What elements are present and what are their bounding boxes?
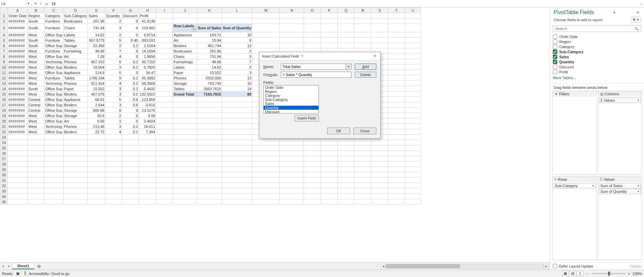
cell[interactable]: Sub-Category: [63, 13, 88, 19]
cell[interactable]: [338, 167, 354, 172]
cell[interactable]: Central: [28, 97, 44, 102]
cell[interactable]: [405, 65, 421, 70]
cell[interactable]: Furniture: [44, 38, 63, 43]
row-header[interactable]: 10: [0, 65, 8, 70]
cell[interactable]: [173, 199, 197, 205]
row-header[interactable]: 23: [0, 135, 8, 140]
cell[interactable]: Appliance: [63, 70, 88, 75]
cell[interactable]: 0.2: [122, 75, 139, 81]
cell[interactable]: 85.3092: [139, 75, 156, 81]
cell[interactable]: [8, 188, 28, 194]
cell[interactable]: 731.94: [88, 24, 105, 32]
cell[interactable]: Labels: [173, 65, 197, 70]
cell[interactable]: 6: [105, 108, 122, 113]
field-checkbox-row[interactable]: Region: [553, 39, 641, 44]
cell[interactable]: ########: [8, 54, 28, 59]
cell[interactable]: [304, 199, 321, 205]
cell[interactable]: 5.4432: [139, 86, 156, 92]
cell[interactable]: 911.424: [88, 81, 105, 86]
cell[interactable]: 2: [222, 65, 252, 70]
cell[interactable]: [280, 167, 304, 172]
cell[interactable]: 55.5: [88, 113, 105, 118]
col-header[interactable]: A: [8, 8, 28, 13]
area-item[interactable]: Sum of Quantity▾: [599, 189, 641, 194]
tab-nav-next-icon[interactable]: ▸: [6, 264, 12, 268]
cell[interactable]: Tables: [63, 38, 88, 43]
cell[interactable]: 2.4824: [139, 118, 156, 124]
close-button[interactable]: Close: [353, 128, 376, 134]
cell[interactable]: [371, 172, 388, 178]
cell[interactable]: [28, 162, 44, 167]
cell[interactable]: [88, 199, 105, 205]
cell[interactable]: [321, 156, 338, 162]
cell[interactable]: Quantity: [105, 13, 122, 19]
cell[interactable]: 1706.184: [88, 75, 105, 81]
cell[interactable]: 2032.056: [197, 75, 222, 81]
cell[interactable]: [139, 199, 156, 205]
row-header[interactable]: 21: [0, 124, 8, 129]
cell[interactable]: [28, 178, 44, 183]
cell[interactable]: Furniture: [44, 19, 63, 24]
cell[interactable]: [173, 19, 197, 24]
row-header[interactable]: 5: [0, 38, 8, 43]
cell[interactable]: [252, 140, 280, 145]
cell[interactable]: [252, 194, 280, 199]
cell[interactable]: [354, 194, 371, 199]
cell[interactable]: [44, 188, 63, 194]
row-header[interactable]: 33: [0, 188, 8, 194]
cell[interactable]: [44, 183, 63, 188]
cell[interactable]: [88, 172, 105, 178]
zoom-slider[interactable]: [592, 273, 626, 274]
cell[interactable]: 261.96: [88, 19, 105, 24]
cell[interactable]: [252, 172, 280, 178]
select-all-corner[interactable]: [0, 8, 8, 13]
cell[interactable]: 183.71: [197, 32, 222, 38]
cell[interactable]: [388, 19, 405, 24]
cell[interactable]: [388, 124, 405, 129]
cell[interactable]: 13: [222, 43, 252, 48]
cell[interactable]: [354, 145, 371, 151]
cell[interactable]: [8, 162, 28, 167]
cell[interactable]: [405, 124, 421, 129]
col-header[interactable]: H: [139, 8, 156, 13]
cell[interactable]: [371, 151, 388, 156]
cell[interactable]: [88, 156, 105, 162]
cell[interactable]: Tables: [63, 75, 88, 81]
cell[interactable]: [156, 108, 173, 113]
cell[interactable]: [173, 13, 197, 19]
cell[interactable]: [139, 151, 156, 156]
cell[interactable]: [156, 113, 173, 118]
cell[interactable]: [8, 167, 28, 172]
cell[interactable]: [304, 19, 321, 24]
cell[interactable]: [338, 151, 354, 156]
add-button[interactable]: Add: [355, 64, 376, 70]
cell[interactable]: Office Sup: [44, 32, 63, 38]
cell[interactable]: West: [28, 54, 44, 59]
cell[interactable]: -383.031: [139, 38, 156, 43]
cell[interactable]: 2: [222, 48, 252, 54]
cell[interactable]: [156, 19, 173, 24]
cell[interactable]: [338, 13, 354, 19]
cell[interactable]: [28, 145, 44, 151]
cell[interactable]: [222, 108, 252, 113]
cell[interactable]: [122, 172, 139, 178]
cell[interactable]: [105, 178, 122, 183]
cell[interactable]: [252, 38, 280, 43]
cell[interactable]: [338, 194, 354, 199]
cell[interactable]: ########: [8, 113, 28, 118]
cell[interactable]: 1.9656: [139, 54, 156, 59]
cell[interactable]: Paper: [63, 86, 88, 92]
row-header[interactable]: 8: [0, 54, 8, 59]
cell[interactable]: [122, 156, 139, 162]
cell[interactable]: [88, 183, 105, 188]
cell[interactable]: Furnishings: [173, 59, 197, 65]
cell[interactable]: [222, 194, 252, 199]
col-header[interactable]: K: [197, 8, 222, 13]
cell[interactable]: [197, 199, 222, 205]
cell[interactable]: [388, 194, 405, 199]
cell[interactable]: 0: [122, 54, 139, 59]
cell[interactable]: 0: [122, 70, 139, 75]
formula-input-dialog[interactable]: [281, 72, 351, 78]
cell[interactable]: [321, 24, 338, 32]
cell[interactable]: Category: [44, 13, 63, 19]
